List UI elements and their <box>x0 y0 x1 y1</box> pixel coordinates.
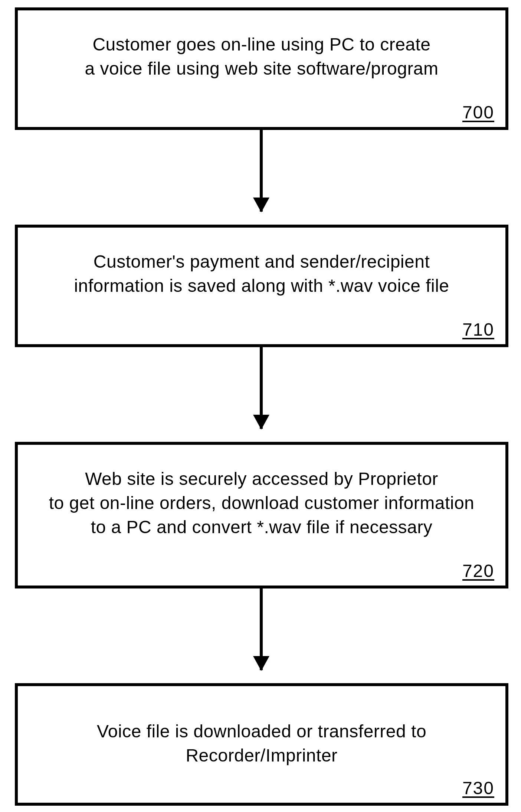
step-text: Customer's payment and sender/recipient … <box>18 250 505 298</box>
step-ref: 730 <box>462 778 494 798</box>
step-box-700: Customer goes on-line using PC to create… <box>15 7 508 130</box>
step-box-710: Customer's payment and sender/recipient … <box>15 225 508 347</box>
step-box-730: Voice file is downloaded or transferred … <box>15 683 508 806</box>
step-ref: 700 <box>462 102 494 123</box>
step-ref: 720 <box>462 561 494 581</box>
arrow-700-710 <box>260 130 263 212</box>
step-text: Voice file is downloaded or transferred … <box>18 720 505 768</box>
step-box-720: Web site is securely accessed by Proprie… <box>15 442 508 588</box>
step-text: Customer goes on-line using PC to create… <box>18 33 505 81</box>
step-ref: 710 <box>462 319 494 340</box>
step-text: Web site is securely accessed by Proprie… <box>18 467 505 539</box>
flowchart-canvas: Customer goes on-line using PC to create… <box>0 0 521 812</box>
arrow-720-730 <box>260 588 263 670</box>
arrow-710-720 <box>260 347 263 429</box>
